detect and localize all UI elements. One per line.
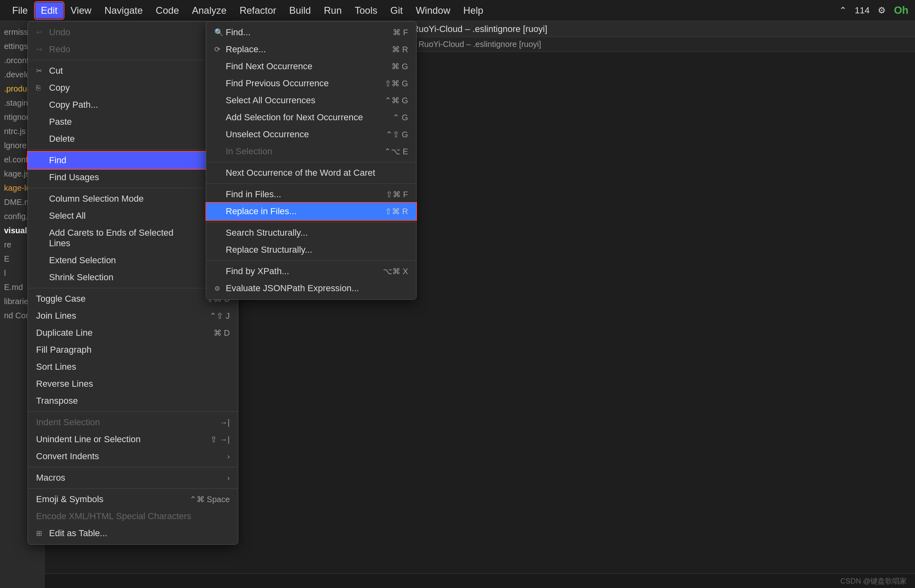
menu-item-navigate[interactable]: Navigate <box>99 2 149 19</box>
menu-item-tools[interactable]: Tools <box>349 2 383 19</box>
add-sel-next-label: Add Selection for Next Occurrence <box>226 112 393 123</box>
find-next-label: Find Next Occurrence <box>226 61 391 72</box>
menu-bar: File Edit View Navigate Code Analyze Ref… <box>0 0 915 21</box>
menu-item-window[interactable]: Window <box>410 2 456 19</box>
sel-all-occ-shortcut: ⌃⌘ G <box>385 96 408 105</box>
edit-menu-dup-line[interactable]: Duplicate Line ⌘ D <box>28 324 238 341</box>
title-sub-text: RuoYi-Cloud – .eslintignore [ruoyi] <box>419 40 541 49</box>
add-carets-label: Add Carets to Ends of Selected Lines <box>49 228 197 249</box>
redo-label: Redo <box>49 44 199 55</box>
menu-bar-right: ⌃ 114 ⚙ Oh <box>839 4 909 17</box>
menu-item-refactor[interactable]: Refactor <box>234 2 282 19</box>
title-text: RuoYi-Cloud – .eslintignore [ruoyi] <box>412 24 547 34</box>
xpath-label: Find by XPath... <box>226 266 383 277</box>
menu-item-view[interactable]: View <box>65 2 97 19</box>
edit-menu-fill-para[interactable]: Fill Paragraph <box>28 341 238 358</box>
find-submenu-next-word[interactable]: Next Occurrence of the Word at Caret <box>206 164 416 181</box>
edit-menu-sort-lines[interactable]: Sort Lines <box>28 358 238 375</box>
edit-menu-emoji[interactable]: Emoji & Symbols ⌃⌘ Space <box>28 491 238 508</box>
copy-path-label: Copy Path... <box>49 100 222 110</box>
in-sel-shortcut: ⌃⌥ E <box>384 147 408 156</box>
find-submenu-find-icon: 🔍 <box>214 28 226 37</box>
find-submenu-add-sel-next[interactable]: Add Selection for Next Occurrence ⌃ G <box>206 109 416 126</box>
separator-5 <box>28 411 238 412</box>
jsonpath-icon: ⚙ <box>214 285 226 292</box>
edit-menu-table[interactable]: ⊞ Edit as Table... <box>28 525 238 542</box>
find-sep-1 <box>206 162 416 162</box>
toggle-case-label: Toggle Case <box>36 294 199 304</box>
find-submenu-unsel[interactable]: Unselect Occurrence ⌃⇧ G <box>206 126 416 143</box>
xpath-shortcut: ⌥⌘ X <box>383 266 408 276</box>
find-submenu-find[interactable]: 🔍 Find... ⌘ F <box>206 24 416 41</box>
find-files-label: Find in Files... <box>226 189 386 200</box>
unindent-shortcut: ⇧ →| <box>210 435 230 444</box>
undo-label: Undo <box>49 27 206 38</box>
find-submenu-xpath[interactable]: Find by XPath... ⌥⌘ X <box>206 263 416 280</box>
unindent-label: Unindent Line or Selection <box>36 434 202 445</box>
find-sep-3 <box>206 222 416 222</box>
menu-item-git[interactable]: Git <box>385 2 408 19</box>
edit-menu-macros[interactable]: Macros › <box>28 469 238 486</box>
emoji-label: Emoji & Symbols <box>36 494 182 505</box>
oh-label: Oh <box>894 4 909 17</box>
macros-arrow: › <box>227 474 230 482</box>
menu-item-analyze[interactable]: Analyze <box>186 2 232 19</box>
settings-icon[interactable]: ⚙ <box>878 5 886 16</box>
find-submenu-find-next[interactable]: Find Next Occurrence ⌘ G <box>206 58 416 75</box>
find-submenu-jsonpath[interactable]: ⚙ Evaluate JSONPath Expression... <box>206 280 416 297</box>
edit-menu-convert-indents[interactable]: Convert Indents › <box>28 448 238 465</box>
indent-label: Indent Selection <box>36 417 212 428</box>
find-label: Find <box>49 155 223 166</box>
dup-line-shortcut: ⌘ D <box>214 328 230 338</box>
replace-struct-label: Replace Structurally... <box>226 245 408 255</box>
edit-menu-reverse-lines[interactable]: Reverse Lines <box>28 375 238 392</box>
dup-line-label: Duplicate Line <box>36 328 205 338</box>
edit-menu-unindent[interactable]: Unindent Line or Selection ⇧ →| <box>28 431 238 448</box>
unsel-label: Unselect Occurrence <box>226 129 386 140</box>
find-prev-shortcut: ⇧⌘ G <box>385 79 408 88</box>
extend-label: Extend Selection <box>49 255 206 266</box>
find-submenu-find-files[interactable]: Find in Files... ⇧⌘ F <box>206 186 416 203</box>
find-next-shortcut: ⌘ G <box>391 62 408 71</box>
menu-item-file[interactable]: File <box>6 2 34 19</box>
menu-item-build[interactable]: Build <box>284 2 316 19</box>
cut-label: Cut <box>49 66 206 76</box>
menu-item-help[interactable]: Help <box>458 2 489 19</box>
edit-menu-join-lines[interactable]: Join Lines ⌃⇧ J <box>28 307 238 324</box>
find-prev-label: Find Previous Occurrence <box>226 78 385 89</box>
replace-files-shortcut: ⇧⌘ R <box>385 207 408 216</box>
find-submenu-replace-struct[interactable]: Replace Structurally... <box>206 241 416 258</box>
cut-icon: ✂ <box>36 66 46 75</box>
separator-6 <box>28 467 238 467</box>
undo-icon: ↩ <box>36 28 46 37</box>
status-bar: CSDN @键盘歌唱家 <box>45 573 915 588</box>
find-submenu-search-struct[interactable]: Search Structurally... <box>206 224 416 241</box>
menu-item-code[interactable]: Code <box>150 2 184 19</box>
col-sel-label: Column Selection Mode <box>49 194 200 204</box>
edit-menu-indent[interactable]: Indent Selection →| <box>28 414 238 431</box>
find-submenu-replace[interactable]: ⟳ Replace... ⌘ R <box>206 41 416 58</box>
find-submenu: 🔍 Find... ⌘ F ⟳ Replace... ⌘ R Find Next… <box>206 21 417 300</box>
edit-menu-transpose[interactable]: Transpose <box>28 392 238 409</box>
find-submenu-find-shortcut: ⌘ F <box>393 28 408 37</box>
git-icon: ⌃ <box>839 5 847 16</box>
find-submenu-replace-icon: ⟳ <box>214 45 226 54</box>
find-submenu-replace-files[interactable]: Replace in Files... ⇧⌘ R <box>206 203 416 220</box>
menu-item-run[interactable]: Run <box>318 2 347 19</box>
reverse-lines-label: Reverse Lines <box>36 379 230 389</box>
emoji-shortcut: ⌃⌘ Space <box>190 494 230 504</box>
shrink-label: Shrink Selection <box>49 272 206 283</box>
find-submenu-find-prev[interactable]: Find Previous Occurrence ⇧⌘ G <box>206 75 416 92</box>
unsel-shortcut: ⌃⇧ G <box>386 130 408 139</box>
menu-item-edit[interactable]: Edit <box>35 2 63 19</box>
find-submenu-replace-label: Replace... <box>226 44 392 55</box>
find-submenu-select-all[interactable]: Select All Occurrences ⌃⌘ G <box>206 92 416 109</box>
table-label: Edit as Table... <box>49 528 230 539</box>
find-sep-4 <box>206 260 416 261</box>
replace-files-label: Replace in Files... <box>226 206 385 217</box>
find-files-shortcut: ⇧⌘ F <box>386 190 408 199</box>
watermark: CSDN @键盘歌唱家 <box>840 576 907 586</box>
find-submenu-in-sel[interactable]: In Selection ⌃⌥ E <box>206 143 416 160</box>
add-sel-next-shortcut: ⌃ G <box>393 113 408 122</box>
edit-menu-encode-xml[interactable]: Encode XML/HTML Special Characters <box>28 508 238 525</box>
